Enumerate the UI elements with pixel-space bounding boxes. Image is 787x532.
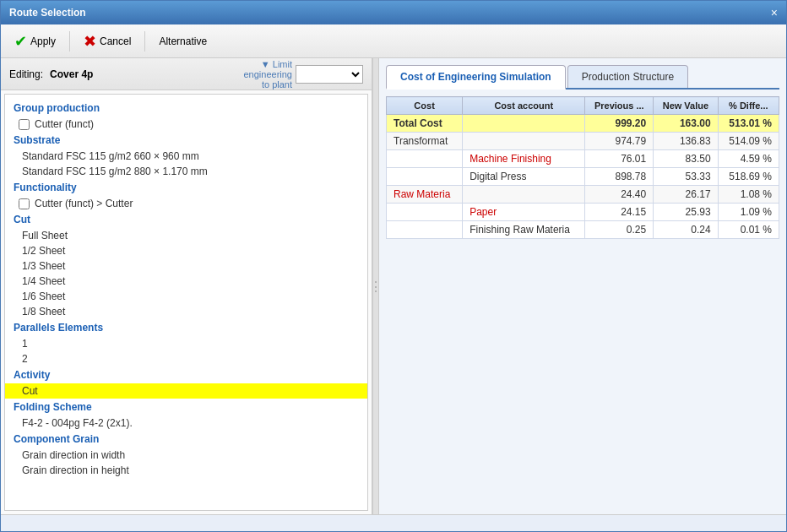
td-mf-account: Machine Finishing	[463, 150, 585, 168]
section-folding[interactable]: Folding Scheme	[5, 399, 367, 415]
col-diff: % Diffe...	[718, 97, 779, 115]
cancel-label: Cancel	[100, 35, 131, 47]
td-total-cost: Total Cost	[387, 115, 463, 133]
cancel-button[interactable]: ✖ Cancel	[77, 30, 138, 53]
td-paper-cost	[387, 204, 463, 221]
item-fold-1[interactable]: F4-2 - 004pg F4-2 (2x1).	[5, 415, 367, 431]
td-dp-previous: 898.78	[585, 168, 654, 186]
item-half-sheet[interactable]: 1/2 Sheet	[5, 243, 367, 258]
tab-cost-label: Cost of Engineering Simulation	[400, 71, 551, 83]
col-previous: Previous ...	[585, 97, 654, 115]
cost-table: Cost Cost account Previous ... New Value…	[386, 96, 779, 239]
tab-cost[interactable]: Cost of Engineering Simulation	[386, 65, 566, 90]
section-substrate[interactable]: Substrate	[5, 132, 367, 149]
td-transformat-new: 136.83	[654, 133, 718, 150]
section-component-grain[interactable]: Component Grain	[5, 431, 367, 448]
td-total-diff: 513.01 %	[718, 115, 779, 133]
apply-button[interactable]: ✔ Apply	[8, 30, 62, 53]
col-account: Cost account	[463, 97, 585, 115]
item-cutter-funct-1[interactable]: Cutter (funct)	[5, 117, 367, 132]
td-mf-diff: 4.59 %	[718, 150, 779, 168]
td-rm-previous: 24.40	[585, 186, 654, 204]
td-rm-new: 26.17	[654, 186, 718, 204]
row-finishing-raw: Finishing Raw Materia 0.25 0.24 0.01 %	[387, 221, 779, 239]
td-transformat-cost: Transformat	[387, 133, 463, 150]
limit-label: ▼ Limit engineering to plant	[244, 59, 293, 90]
td-total-account	[463, 115, 585, 133]
item-grain-height[interactable]: Grain direction in height	[5, 463, 367, 478]
row-transformat: Transformat 974.79 136.83 514.09 %	[387, 133, 779, 150]
editing-bar: Editing: Cover 4p ▼ Limit engineering to…	[1, 58, 372, 90]
section-parallels[interactable]: Parallels Elements	[5, 319, 367, 336]
close-button[interactable]: ×	[771, 6, 778, 19]
main-window: Route Selection × ✔ Apply ✖ Cancel Alter…	[0, 0, 787, 532]
td-paper-account: Paper	[463, 204, 585, 221]
td-rm-diff: 1.08 %	[718, 186, 779, 204]
td-transformat-diff: 514.09 %	[718, 133, 779, 150]
row-raw-material: Raw Materia 24.40 26.17 1.08 %	[387, 186, 779, 204]
td-dp-new: 53.33	[654, 168, 718, 186]
td-paper-new: 25.93	[654, 204, 718, 221]
section-functionality[interactable]: Functionality	[5, 179, 367, 196]
td-mf-new: 83.50	[654, 150, 718, 168]
left-panel: Editing: Cover 4p ▼ Limit engineering to…	[1, 58, 372, 514]
td-fr-previous: 0.25	[585, 221, 654, 239]
item-substrate-2[interactable]: Standard FSC 115 g/m2 880 × 1.170 mm	[5, 164, 367, 179]
limit-engineering: ▼ Limit engineering to plant	[244, 59, 364, 90]
tab-production[interactable]: Production Structure	[567, 65, 688, 88]
row-total-cost: Total Cost 999.20 163.00 513.01 %	[387, 115, 779, 133]
content-area: Editing: Cover 4p ▼ Limit engineering to…	[1, 58, 786, 514]
item-cut-activity[interactable]: Cut	[5, 383, 367, 399]
item-quarter-sheet[interactable]: 1/4 Sheet	[5, 274, 367, 289]
td-fr-account: Finishing Raw Materia	[463, 221, 585, 239]
item-eighth-sheet[interactable]: 1/8 Sheet	[5, 304, 367, 319]
toolbar-separator-1	[69, 31, 70, 52]
td-transformat-account	[463, 133, 585, 150]
tab-production-label: Production Structure	[582, 71, 674, 83]
alternative-label: Alternative	[159, 35, 207, 47]
window-title: Route Selection	[9, 7, 86, 19]
label-cutter-funct-1: Cutter (funct)	[35, 118, 94, 130]
editing-value: Cover 4p	[50, 68, 93, 80]
check-icon: ✔	[14, 32, 27, 51]
checkbox-cutter-funct-1[interactable]	[19, 119, 30, 130]
tree-panel: Group production Cutter (funct) Substrat…	[4, 94, 368, 511]
td-fr-cost	[387, 221, 463, 239]
row-paper: Paper 24.15 25.93 1.09 %	[387, 204, 779, 221]
td-fr-diff: 0.01 %	[718, 221, 779, 239]
item-par-1[interactable]: 1	[5, 336, 367, 351]
apply-label: Apply	[30, 35, 56, 47]
checkbox-func-cutter[interactable]	[19, 198, 30, 209]
col-cost: Cost	[387, 97, 463, 115]
td-paper-diff: 1.09 %	[718, 204, 779, 221]
td-rm-account	[463, 186, 585, 204]
td-transformat-previous: 974.79	[585, 133, 654, 150]
row-machine-finishing: Machine Finishing 76.01 83.50 4.59 %	[387, 150, 779, 168]
td-fr-new: 0.24	[654, 221, 718, 239]
editing-prefix: Editing:	[9, 68, 43, 80]
td-mf-previous: 76.01	[585, 150, 654, 168]
td-paper-previous: 24.15	[585, 204, 654, 221]
item-full-sheet[interactable]: Full Sheet	[5, 228, 367, 243]
section-cut[interactable]: Cut	[5, 211, 367, 228]
alternative-button[interactable]: Alternative	[152, 33, 214, 50]
section-activity[interactable]: Activity	[5, 366, 367, 383]
item-func-cutter[interactable]: Cutter (funct) > Cutter	[5, 196, 367, 211]
section-group-production[interactable]: Group production	[5, 100, 367, 117]
item-substrate-1[interactable]: Standard FSC 115 g/m2 660 × 960 mm	[5, 149, 367, 164]
toolbar-separator-2	[144, 31, 145, 52]
label-func-cutter: Cutter (funct) > Cutter	[35, 198, 133, 209]
cross-icon: ✖	[84, 32, 96, 51]
panel-divider[interactable]: ⋮	[372, 58, 379, 514]
item-par-2[interactable]: 2	[5, 351, 367, 366]
td-mf-cost	[387, 150, 463, 168]
title-bar: Route Selection ×	[1, 1, 786, 24]
item-grain-width[interactable]: Grain direction in width	[5, 448, 367, 463]
tabs-row: Cost of Engineering Simulation Productio…	[386, 65, 779, 90]
td-total-previous: 999.20	[585, 115, 654, 133]
limit-dropdown[interactable]	[296, 65, 363, 84]
td-dp-account: Digital Press	[463, 168, 585, 186]
td-dp-diff: 518.69 %	[718, 168, 779, 186]
item-third-sheet[interactable]: 1/3 Sheet	[5, 258, 367, 274]
item-sixth-sheet[interactable]: 1/6 Sheet	[5, 289, 367, 304]
